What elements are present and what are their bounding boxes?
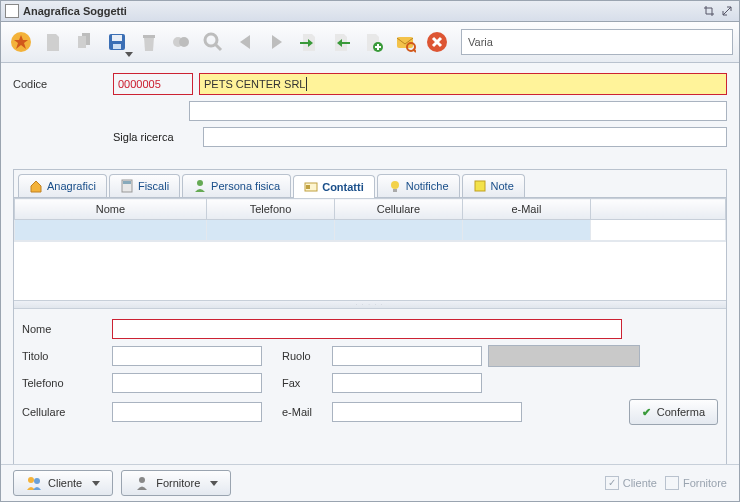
toolbar: Varia [1,22,739,63]
window-title: Anagrafica Soggetti [23,5,701,17]
nome-label: Nome [22,323,112,335]
svg-rect-15 [123,181,131,184]
next-button[interactable] [263,28,291,56]
window: Anagrafica Soggetti Varia Codice 000000 [0,0,740,502]
email-input[interactable] [332,402,522,422]
svg-line-12 [413,49,416,52]
home-icon [29,179,43,193]
save-button[interactable] [103,28,131,56]
conferma-button[interactable]: ✔ Conferma [629,399,718,425]
mode-text: Varia [468,36,493,48]
detail-panel: Anagrafici Fiscali Persona fisica Contat… [13,169,727,470]
person-icon [193,179,207,193]
fornitore-button[interactable]: Fornitore [121,470,231,496]
search-button[interactable] [199,28,227,56]
codice-label: Codice [13,78,113,90]
calc-icon [120,179,134,193]
titolo-input[interactable] [112,346,262,366]
codice-field[interactable]: 0000005 [113,73,193,95]
titolo-label: Titolo [22,350,112,362]
header-form: Codice 0000005 PETS CENTER SRL Sigla ric… [1,63,739,163]
svg-line-8 [215,44,221,50]
ragione-sociale-field[interactable]: PETS CENTER SRL [199,73,727,95]
svg-point-24 [139,477,145,483]
ruolo-input[interactable] [332,346,482,366]
users-icon [26,475,42,491]
card-icon [304,180,318,194]
bulb-icon [388,179,402,193]
grid-empty-area [14,241,726,300]
svg-point-16 [197,180,203,186]
favorite-button[interactable] [7,28,35,56]
footer: Cliente Fornitore ✓Cliente Fornitore [1,464,739,501]
window-buttons [701,4,735,18]
col-email[interactable]: e-Mail [462,199,590,220]
contacts-table[interactable]: Nome Telefono Cellulare e-Mail [14,198,726,241]
svg-rect-3 [113,44,121,49]
svg-rect-4 [143,35,155,38]
maximize-icon[interactable] [701,4,717,18]
add-doc-button[interactable] [359,28,387,56]
svg-rect-2 [112,35,122,41]
mode-field: Varia [461,29,733,55]
col-telefono[interactable]: Telefono [206,199,334,220]
tab-anagrafici[interactable]: Anagrafici [18,174,107,197]
table-row[interactable] [15,220,726,241]
cliente-checkbox: ✓Cliente [605,476,657,490]
nome-input[interactable] [112,319,622,339]
sigla-label: Sigla ricerca [13,131,203,143]
app-icon [5,4,19,18]
col-spare [590,199,725,220]
note-icon [473,179,487,193]
svg-point-19 [391,181,399,189]
svg-rect-21 [475,181,485,191]
ruolo-label: Ruolo [282,350,332,362]
mail-button[interactable] [391,28,419,56]
new-button[interactable] [39,28,67,56]
tab-persona-fisica[interactable]: Persona fisica [182,174,291,197]
email-label: e-Mail [282,406,332,418]
copy-button[interactable] [71,28,99,56]
titlebar: Anagrafica Soggetti [1,1,739,22]
secondary-name-field[interactable] [189,101,727,121]
import-button[interactable] [295,28,323,56]
cellulare-input[interactable] [112,402,262,422]
check-icon: ✔ [642,406,651,419]
telefono-input[interactable] [112,373,262,393]
svg-point-22 [28,477,34,483]
export-button[interactable] [327,28,355,56]
col-nome[interactable]: Nome [15,199,207,220]
fornitore-checkbox: Fornitore [665,476,727,490]
fax-label: Fax [282,377,332,389]
contact-form: Nome Titolo Ruolo Telefono Fax Cellulare [14,309,726,469]
tab-notifiche[interactable]: Notifiche [377,174,460,197]
delete-button[interactable] [135,28,163,56]
svg-rect-20 [393,189,397,192]
tab-fiscali[interactable]: Fiscali [109,174,180,197]
cellulare-label: Cellulare [22,406,112,418]
svg-point-6 [179,37,189,47]
tab-note[interactable]: Note [462,174,525,197]
contacts-grid: Nome Telefono Cellulare e-Mail [14,197,726,300]
user-icon [134,475,150,491]
svg-point-23 [34,478,40,484]
sigla-field[interactable] [203,127,727,147]
close-button[interactable] [423,28,451,56]
prev-button[interactable] [231,28,259,56]
svg-rect-18 [306,185,310,189]
col-cellulare[interactable]: Cellulare [334,199,462,220]
tab-bar: Anagrafici Fiscali Persona fisica Contat… [14,170,726,197]
restore-icon[interactable] [719,4,735,18]
disabled-field [488,345,640,367]
cliente-button[interactable]: Cliente [13,470,113,496]
text-cursor [306,77,307,91]
splitter[interactable]: · · · · · [14,300,726,309]
tab-contatti[interactable]: Contatti [293,175,375,198]
table-header: Nome Telefono Cellulare e-Mail [15,199,726,220]
fax-input[interactable] [332,373,482,393]
telefono-label: Telefono [22,377,112,389]
link-button[interactable] [167,28,195,56]
